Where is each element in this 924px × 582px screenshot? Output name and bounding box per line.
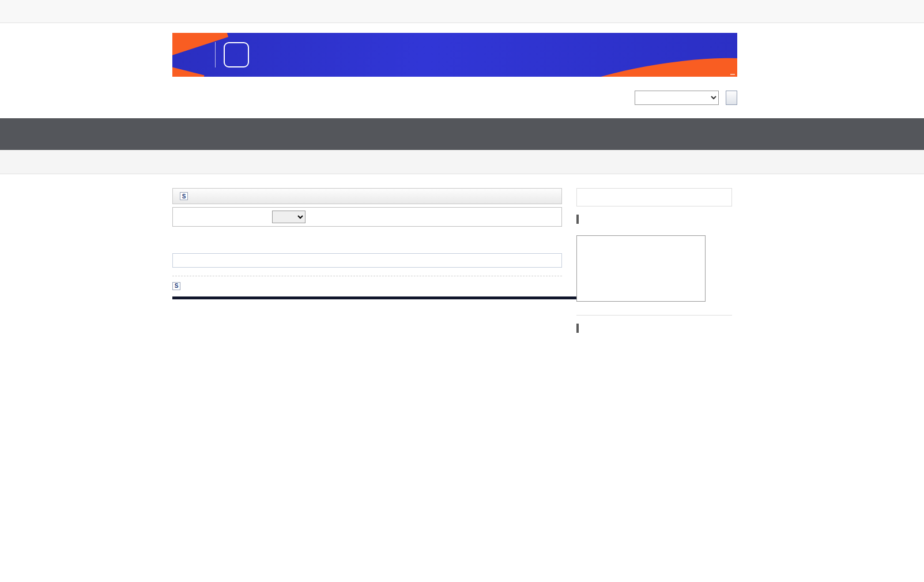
query-button[interactable] (726, 91, 737, 105)
ad-banner[interactable] (172, 33, 737, 77)
stockstar-icon: S (180, 192, 188, 200)
capital-power-badge (224, 42, 249, 67)
holiday-empty-message (173, 253, 562, 267)
quotes-section-header (576, 215, 732, 224)
calendar-panel-header: S (172, 188, 562, 204)
section-bar-mark (576, 324, 579, 333)
breadcrumb (172, 174, 737, 188)
ad-label (730, 74, 735, 75)
chart-line-svg (577, 236, 705, 301)
econ-section-header: S (172, 282, 562, 290)
main-nav-list (172, 118, 737, 150)
banner-divider (215, 42, 216, 67)
month-select[interactable] (272, 211, 306, 223)
footer-edge-bar (172, 296, 639, 299)
main-nav (0, 118, 924, 150)
rates-section-header (576, 324, 732, 333)
sub-nav (0, 150, 924, 174)
chart-plot (576, 235, 706, 302)
section-bar-mark (576, 215, 579, 224)
currency-pair-select[interactable] (635, 91, 719, 105)
holiday-table (172, 253, 562, 268)
sub-nav-list (172, 150, 737, 174)
stockstar-icon: S (172, 282, 180, 290)
audusd-chart (576, 235, 732, 313)
usd-index-box (576, 188, 732, 206)
sidebar-divider (576, 315, 732, 316)
dashed-divider (172, 276, 562, 276)
calendar (172, 207, 562, 227)
top-utility-bar (0, 0, 924, 23)
holiday-empty-row (173, 253, 562, 267)
